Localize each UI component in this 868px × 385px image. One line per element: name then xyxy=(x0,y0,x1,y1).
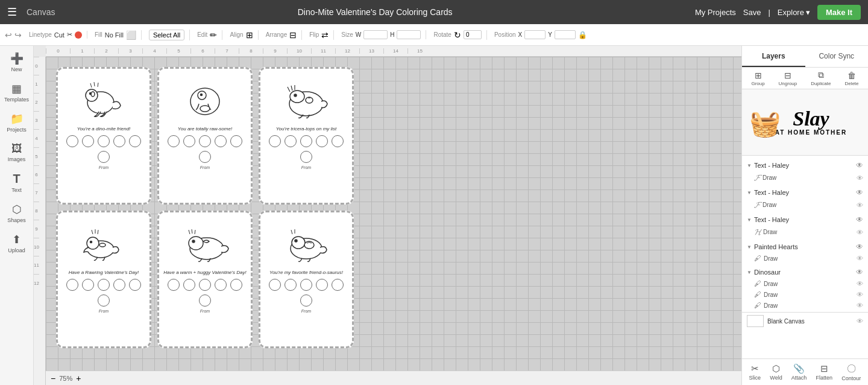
text-icon: T xyxy=(13,172,20,186)
edit-button[interactable]: ✏ xyxy=(210,30,217,40)
sidebar-item-new[interactable]: ➕ New xyxy=(2,48,32,76)
card-6[interactable]: You're my favorite friend-o-saurus! From xyxy=(258,210,354,349)
left-sidebar: ➕ New ▦ Templates 📁 Projects 🖼 Images T … xyxy=(0,46,34,385)
lock-button[interactable]: 🔒 xyxy=(578,31,587,39)
eye-icon-dino[interactable]: 👁 xyxy=(856,268,863,276)
canvas-area[interactable]: 0 1 2 3 4 5 6 7 8 9 10 11 12 13 14 15 0 xyxy=(34,46,741,385)
sidebar-item-upload[interactable]: ⬆ Upload xyxy=(2,229,32,257)
edit-label: Edit xyxy=(197,31,207,38)
explore-button[interactable]: Explore ▾ xyxy=(778,8,810,17)
arrange-label: Arrange xyxy=(266,31,288,38)
layer-header-2[interactable]: ▼ Text - Haley 👁 xyxy=(742,186,868,199)
no-fill-value: No Fill xyxy=(105,31,124,39)
weld-button[interactable]: ⬡ Weld xyxy=(770,363,782,381)
scissors-icon: ✂ xyxy=(67,31,72,39)
sidebar-item-projects-label: Projects xyxy=(7,127,27,133)
ruler-top: 0 1 2 3 4 5 6 7 8 9 10 11 12 13 14 15 xyxy=(46,46,741,57)
eye-icon-2[interactable]: 👁 xyxy=(856,188,863,197)
undo-button[interactable]: ↩ xyxy=(5,30,12,40)
flatten-button[interactable]: ⊟ Flatten xyxy=(816,363,833,381)
redo-button[interactable]: ↪ xyxy=(14,30,22,40)
eye-icon-dino3b[interactable]: 👁 xyxy=(857,302,863,309)
zoom-bar: − 75% + xyxy=(46,371,741,385)
sidebar-item-templates[interactable]: ▦ Templates xyxy=(2,78,32,106)
layer-header-painted-hearts[interactable]: ▼ Painted Hearts 👁 xyxy=(742,241,868,253)
watermark-area: 🧺 Slay AT HOME MOTHER xyxy=(742,89,868,156)
layer-header-1[interactable]: ▼ Text - Haley 👁 xyxy=(742,159,868,171)
eye-icon-2b[interactable]: 👁 xyxy=(857,202,863,209)
ungroup-button[interactable]: ⊟ Ungroup xyxy=(779,71,797,86)
height-input[interactable] xyxy=(397,30,421,39)
arrange-button[interactable]: ⊟ xyxy=(289,30,297,40)
duplicate-icon: ⧉ xyxy=(818,70,824,80)
linetype-label: Linetype xyxy=(29,31,52,38)
chevron-icon-ph: ▼ xyxy=(747,244,752,250)
layer-header-dinosaur[interactable]: ▼ Dinosaur 👁 xyxy=(742,266,868,278)
width-input[interactable] xyxy=(363,30,388,39)
sidebar-item-text-label: Text xyxy=(11,187,22,193)
layer-sub-dino-2: 🖋 Draw 👁 xyxy=(742,289,868,300)
slice-button[interactable]: ✂ Slice xyxy=(749,363,761,381)
group-icon: ⊞ xyxy=(755,71,762,80)
duplicate-button[interactable]: ⧉ Duplicate xyxy=(811,70,831,86)
apron-icon: 🧺 xyxy=(749,109,781,138)
flip-button[interactable]: ⇄ xyxy=(321,30,329,40)
my-projects-link[interactable]: My Projects xyxy=(695,8,736,17)
contour-button[interactable]: 〇 Contour xyxy=(841,363,861,381)
eye-icon-dino1b[interactable]: 👁 xyxy=(857,280,863,287)
card-5[interactable]: Have a warm + huggy Valentine's Day! Fro… xyxy=(157,210,253,349)
slice-icon: ✂ xyxy=(751,363,759,374)
align-button[interactable]: ⊞ xyxy=(246,30,253,40)
size-group: Size W H xyxy=(341,30,426,39)
layer-group-painted-hearts: ▼ Painted Hearts 👁 🖋 Draw 👁 xyxy=(742,240,868,265)
layer-header-3[interactable]: ▼ Text - Haley 👁 xyxy=(742,214,868,226)
zoom-in-button[interactable]: + xyxy=(76,374,81,383)
blank-canvas-label: Blank Canvas xyxy=(767,318,805,325)
y-label: Y xyxy=(548,31,552,38)
eye-icon-dino2b[interactable]: 👁 xyxy=(857,291,863,298)
flip-group: Flip ⇄ xyxy=(309,30,334,40)
rotate-button[interactable]: ↻ xyxy=(454,30,461,40)
tab-layers[interactable]: Layers xyxy=(742,46,805,67)
size-label: Size xyxy=(341,31,353,38)
contour-icon: 〇 xyxy=(847,363,856,375)
sidebar-item-images[interactable]: 🖼 Images xyxy=(2,139,32,166)
card-3[interactable]: You're tricera-tops on my list From xyxy=(258,66,354,205)
tab-color-sync[interactable]: Color Sync xyxy=(805,46,869,67)
card-1[interactable]: You're a dino-mite friend! From xyxy=(55,66,152,205)
draw-icon-dino1: 🖋 xyxy=(754,279,761,288)
x-input[interactable] xyxy=(524,30,546,39)
sidebar-item-images-label: Images xyxy=(8,156,26,162)
sidebar-item-shapes[interactable]: ⬡ Shapes xyxy=(2,199,32,227)
y-input[interactable] xyxy=(555,30,576,39)
sidebar-item-projects[interactable]: 📁 Projects xyxy=(2,109,32,136)
sidebar-item-text[interactable]: T Text xyxy=(2,168,32,197)
eye-icon-phb[interactable]: 👁 xyxy=(857,255,863,262)
menu-icon[interactable]: ☰ xyxy=(7,5,17,19)
eye-icon-ph[interactable]: 👁 xyxy=(856,243,863,251)
align-label: Align xyxy=(230,31,243,38)
delete-button[interactable]: 🗑 Delete xyxy=(844,71,858,86)
undo-redo-group: ↩ ↪ xyxy=(5,30,22,40)
card-4[interactable]: Have a Rawring Valentine's Day! From xyxy=(55,210,152,349)
weld-icon: ⬡ xyxy=(772,363,780,374)
eye-icon-1b[interactable]: 👁 xyxy=(857,174,863,182)
select-all-group: Select All xyxy=(149,30,190,40)
eye-icon-3b[interactable]: 👁 xyxy=(857,229,863,236)
canvas-label: Canvas xyxy=(27,7,55,17)
at-home-mother-text: AT HOME MOTHER xyxy=(775,129,847,136)
rotate-input[interactable] xyxy=(464,30,482,39)
attach-button[interactable]: 📎 Attach xyxy=(791,363,807,381)
select-all-button[interactable]: Select All xyxy=(149,30,184,40)
zoom-out-button[interactable]: − xyxy=(51,374,55,383)
make-it-button[interactable]: Make It xyxy=(817,5,861,20)
chevron-down-icon: ▾ xyxy=(806,8,810,17)
eye-icon-blank[interactable]: 👁 xyxy=(857,317,863,325)
canvas-content[interactable]: You're a dino-mite friend! From xyxy=(46,57,741,371)
group-button[interactable]: ⊞ Group xyxy=(751,71,764,86)
eye-icon-3[interactable]: 👁 xyxy=(856,215,863,224)
layer-name-2: Text - Haley xyxy=(754,189,854,196)
eye-icon-1[interactable]: 👁 xyxy=(856,161,863,170)
save-button[interactable]: Save xyxy=(743,8,761,17)
card-2[interactable]: You are totally raw-some! From xyxy=(157,66,253,205)
